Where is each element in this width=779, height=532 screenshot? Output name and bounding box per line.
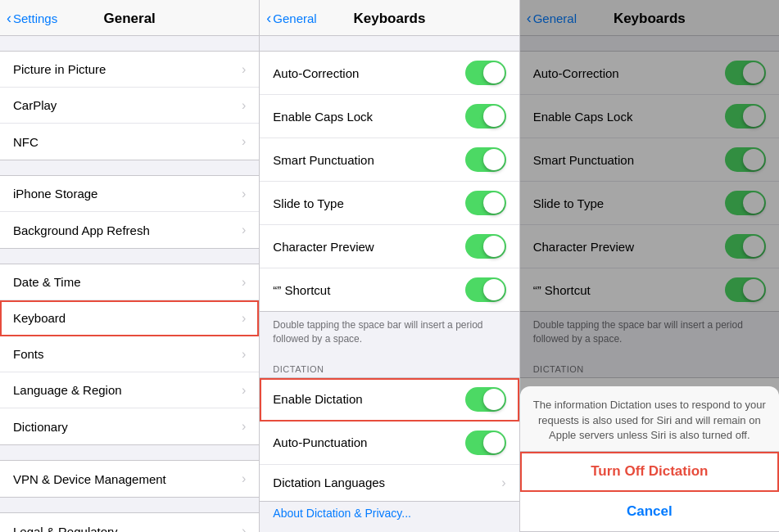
left-nav-header: ‹ Settings General — [0, 0, 259, 36]
back-chevron-icon: ‹ — [7, 11, 11, 25]
shortcut-toggle[interactable] — [465, 277, 506, 302]
middle-back-button[interactable]: ‹ General — [266, 11, 316, 25]
left-top-list: Picture in Picture › CarPlay › NFC › — [0, 51, 259, 160]
action-sheet-message: The information Dictation uses to respon… — [520, 386, 779, 452]
about-dictation-link[interactable]: About Dictation & Privacy... — [260, 502, 519, 525]
middle-dictation-group: DICTATION Enable Dictation Auto-Punctuat… — [260, 364, 519, 525]
auto-punctuation-toggle[interactable] — [465, 431, 506, 455]
left-scroll: Picture in Picture › CarPlay › NFC › iPh… — [0, 36, 259, 532]
turn-off-dictation-button[interactable]: Turn Off Dictation — [520, 452, 779, 492]
list-item[interactable]: CarPlay › — [0, 88, 259, 124]
vpn-item[interactable]: VPN & Device Management › — [0, 461, 259, 497]
auto-correction-toggle[interactable] — [465, 61, 506, 85]
middle-scroll: Auto-Correction Enable Caps Lock Smart P… — [260, 36, 519, 532]
middle-top-list: Auto-Correction Enable Caps Lock Smart P… — [260, 51, 519, 312]
list-item[interactable]: NFC › — [0, 124, 259, 160]
auto-correction-item[interactable]: Auto-Correction — [260, 52, 519, 95]
enable-dictation-toggle[interactable] — [465, 387, 506, 412]
caps-lock-item[interactable]: Enable Caps Lock — [260, 95, 519, 138]
right-panel-wrap: ‹ General Keyboards Auto-Correction Enab… — [520, 0, 779, 532]
left-title: General — [104, 11, 156, 27]
dictionary-item[interactable]: Dictionary › — [0, 408, 259, 444]
left-vpn-list: VPN & Device Management › — [0, 460, 259, 498]
back-chevron-icon: ‹ — [266, 11, 271, 25]
list-item[interactable]: Picture in Picture › — [0, 52, 259, 88]
iphone-storage-label: iPhone Storage — [13, 187, 238, 201]
middle-title: Keyboards — [354, 11, 426, 27]
iphone-storage-item[interactable]: iPhone Storage › — [0, 176, 259, 212]
character-preview-toggle[interactable] — [465, 234, 506, 259]
shortcut-item[interactable]: “” Shortcut — [260, 268, 519, 311]
middle-footer-note: Double tapping the space bar will insert… — [260, 312, 519, 349]
fonts-item[interactable]: Fonts › — [0, 336, 259, 372]
action-sheet: The information Dictation uses to respon… — [520, 386, 779, 532]
left-keyboard-group: Date & Time › Keyboard › Fonts › Languag… — [0, 264, 259, 445]
enable-dictation-item[interactable]: Enable Dictation — [260, 378, 519, 422]
left-back-button[interactable]: ‹ Settings — [7, 11, 57, 25]
dictation-languages-item[interactable]: Dictation Languages › — [260, 465, 519, 501]
cancel-button[interactable]: Cancel — [520, 492, 779, 532]
action-sheet-overlay: The information Dictation uses to respon… — [520, 0, 779, 532]
middle-back-label: General — [273, 11, 316, 25]
background-refresh-label: Background App Refresh — [13, 223, 238, 237]
dictation-languages-label: Dictation Languages — [273, 476, 498, 489]
left-keyboard-list: Date & Time › Keyboard › Fonts › Languag… — [0, 264, 259, 445]
left-legal-group: Legal & Regulatory › — [0, 512, 259, 532]
middle-nav-header: ‹ General Keyboards — [260, 0, 519, 36]
left-back-label: Settings — [13, 11, 57, 25]
keyboard-label: Keyboard — [13, 311, 238, 325]
background-refresh-item[interactable]: Background App Refresh › — [0, 212, 259, 248]
language-region-item[interactable]: Language & Region › — [0, 372, 259, 408]
slide-to-type-toggle[interactable] — [465, 191, 506, 215]
dictionary-label: Dictionary — [13, 420, 238, 434]
character-preview-item[interactable]: Character Preview — [260, 225, 519, 268]
middle-dictation-header: DICTATION — [260, 364, 519, 377]
middle-top-group: Auto-Correction Enable Caps Lock Smart P… — [260, 51, 519, 349]
left-top-group: Picture in Picture › CarPlay › NFC › — [0, 51, 259, 160]
left-storage-group: iPhone Storage › Background App Refresh … — [0, 175, 259, 249]
left-panel: ‹ Settings General Picture in Picture › … — [0, 0, 260, 532]
left-vpn-group: VPN & Device Management › — [0, 460, 259, 498]
character-preview-label: Character Preview — [273, 240, 464, 254]
enable-dictation-label: Enable Dictation — [273, 392, 464, 406]
date-time-item[interactable]: Date & Time › — [0, 264, 259, 300]
left-storage-list: iPhone Storage › Background App Refresh … — [0, 175, 259, 249]
middle-panel: ‹ General Keyboards Auto-Correction Enab… — [260, 0, 519, 532]
auto-punctuation-item[interactable]: Auto-Punctuation — [260, 422, 519, 465]
caps-lock-toggle[interactable] — [465, 104, 506, 128]
middle-dictation-list: Enable Dictation Auto-Punctuation Dictat… — [260, 377, 519, 502]
slide-to-type-item[interactable]: Slide to Type — [260, 182, 519, 225]
smart-punctuation-item[interactable]: Smart Punctuation — [260, 138, 519, 182]
legal-item[interactable]: Legal & Regulatory › — [0, 513, 259, 532]
keyboard-item[interactable]: Keyboard › — [0, 300, 259, 336]
smart-punctuation-toggle[interactable] — [465, 147, 506, 172]
left-legal-list: Legal & Regulatory › — [0, 512, 259, 532]
